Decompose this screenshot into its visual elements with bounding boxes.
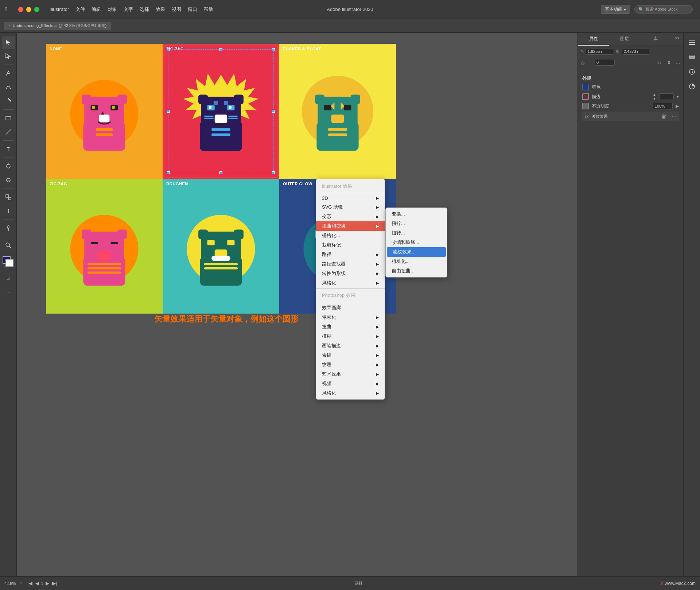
menu-file[interactable]: 文件 [75, 6, 85, 13]
last-page-btn[interactable]: ▶| [51, 581, 58, 586]
menu-item-artistic[interactable]: 艺术效果 ▶ [316, 369, 385, 379]
stroke-up-btn[interactable]: ▲ [653, 93, 656, 97]
more-effect-btn[interactable]: ··· [672, 113, 676, 119]
tab-properties[interactable]: 属性 [578, 33, 609, 46]
menu-select[interactable]: 选择 [140, 6, 149, 13]
curvature-tool[interactable] [2, 81, 15, 94]
menu-item-texture[interactable]: 纹理 ▶ [316, 360, 385, 369]
menu-item-3d[interactable]: 3D ▶ [316, 194, 385, 202]
symbols-panel-icon[interactable]: ★ [686, 66, 698, 78]
pencil-tool[interactable] [2, 94, 15, 108]
minimize-button[interactable] [26, 7, 31, 12]
properties-panel-icon[interactable] [686, 36, 698, 49]
cell-roughen-label: ROUGHEN [166, 182, 188, 186]
opacity-expand-btn[interactable]: ▶ [676, 104, 679, 109]
menu-edit[interactable]: 编辑 [92, 6, 101, 13]
menu-item-svg[interactable]: SVG 滤镜 ▶ [316, 202, 385, 212]
color-panel-icon[interactable] [686, 80, 698, 93]
height-input[interactable] [622, 48, 649, 55]
effect-context-menu[interactable]: Illustrator 效果 3D ▶ SVG 滤镜 ▶ 变形 ▶ 扭曲和 [316, 179, 385, 400]
submenu-item-tweak[interactable]: 扭拧... [386, 219, 447, 228]
fx-row: fx 波纹效果 🗑 ··· [582, 112, 679, 121]
line-tool[interactable] [2, 125, 15, 139]
svg-rect-27 [88, 117, 97, 119]
document-tab[interactable]: × Understanding_Effects.ai @ 42.8% (RGB/… [4, 21, 111, 30]
type-tool[interactable]: T [2, 143, 15, 156]
menu-item-crop[interactable]: 裁剪标记 [316, 240, 385, 250]
more-options-button[interactable]: ... [676, 59, 680, 66]
stock-search[interactable]: 🔍 搜索 Adobe Stock [634, 5, 693, 13]
puppet-warp-tool[interactable] [2, 205, 15, 218]
color-swatches[interactable] [3, 256, 14, 268]
close-button[interactable] [18, 7, 23, 12]
stroke-width-input[interactable] [659, 93, 674, 100]
menu-item-path[interactable]: 路径 ▶ [316, 250, 385, 259]
submenu-item-free-distort[interactable]: 自由扭曲... [386, 266, 447, 276]
submenu-item-zigzag[interactable]: 波纹效果... [387, 247, 446, 257]
submenu-item-twist[interactable]: 扭转... [386, 228, 447, 238]
tool-separator-3 [3, 140, 14, 141]
menu-window[interactable]: 窗口 [188, 6, 197, 13]
menu-item-pathfinder[interactable]: 路径查找器 ▶ [316, 259, 385, 269]
submenu-item-roughen[interactable]: 粗糙化... [386, 257, 447, 266]
pen-tool[interactable] [2, 67, 15, 80]
menu-view[interactable]: 视图 [172, 6, 181, 13]
rectangle-tool[interactable] [2, 112, 15, 125]
eyedropper-tool[interactable] [2, 222, 15, 235]
scale-tool[interactable] [2, 191, 15, 204]
menu-help[interactable]: 帮助 [204, 6, 213, 13]
zoom-tool[interactable] [2, 239, 15, 252]
prev-page-btn[interactable]: ◀ [35, 581, 40, 586]
next-page-btn[interactable]: ▶ [45, 581, 50, 586]
stroke-options-btn[interactable]: ▾ [677, 94, 679, 99]
submenu-item-pucker[interactable]: 收缩和膨胀... [386, 238, 447, 247]
tab-layers[interactable]: 图层 [609, 33, 640, 46]
menu-text[interactable]: 文字 [124, 6, 133, 13]
trash-icon[interactable]: 🗑 [661, 113, 666, 119]
stroke-down-btn[interactable]: ▼ [653, 97, 656, 101]
warp-tool[interactable] [2, 174, 15, 187]
panel-expand-button[interactable]: >> [671, 33, 683, 46]
flip-vertical-button[interactable]: ⇕ [665, 59, 673, 66]
submenu-item-transform[interactable]: 变换... [386, 209, 447, 219]
background-color[interactable] [5, 259, 13, 267]
y-input[interactable] [586, 48, 613, 55]
direct-selection-tool[interactable] [2, 50, 15, 63]
workspace-selector[interactable]: 基本功能 ▾ [601, 5, 630, 14]
menu-item-gallery[interactable]: 效果画廊... [316, 303, 385, 313]
menu-item-video[interactable]: 视频 ▶ [316, 379, 385, 388]
first-page-btn[interactable]: |◀ [27, 581, 33, 586]
stroke-swatch[interactable] [582, 93, 589, 100]
menu-item-stylize2[interactable]: 风格化 ▶ [316, 388, 385, 398]
tab-close-icon[interactable]: × [8, 24, 11, 28]
screen-mode-btn[interactable]: ◻ [2, 271, 15, 284]
menu-item-transform[interactable]: 变形 ▶ [316, 212, 385, 221]
menu-object[interactable]: 对象 [108, 6, 117, 13]
rotate-tool[interactable] [2, 160, 15, 173]
layers-panel-icon[interactable] [686, 51, 698, 63]
menu-item-brushstroke[interactable]: 画笔描边 ▶ [316, 341, 385, 350]
menu-item-sketch[interactable]: 素描 ▶ [316, 350, 385, 360]
menu-item-stylize[interactable]: 风格化 ▶ [316, 278, 385, 288]
menu-effect[interactable]: 效果 [156, 6, 165, 13]
zoom-level[interactable]: 42.8% [4, 581, 16, 586]
angle-input[interactable] [595, 59, 615, 66]
flip-horizontal-button[interactable]: ⇔ [656, 59, 663, 66]
menu-item-rasterize[interactable]: 栅格化... [316, 231, 385, 240]
opacity-input[interactable] [653, 103, 673, 109]
svg-rect-45 [228, 117, 238, 119]
fill-color-swatch[interactable] [582, 84, 589, 90]
menu-item-blur[interactable]: 模糊 ▶ [316, 331, 385, 341]
menu-illustrator[interactable]: Illustrator [50, 7, 69, 12]
menu-item-distort[interactable]: 扭曲和变换 ▶ [316, 221, 385, 231]
tab-libraries[interactable]: 库 [640, 33, 671, 46]
more-tools-btn[interactable]: ··· [2, 285, 15, 298]
maximize-button[interactable] [34, 7, 39, 12]
menu-item-distort2[interactable]: 扭曲 ▶ [316, 322, 385, 331]
selection-tool[interactable] [2, 36, 15, 49]
svg-rect-22 [92, 106, 95, 109]
menu-item-pixelate[interactable]: 像素化 ▶ [316, 313, 385, 322]
distort-submenu[interactable]: 变换... 扭拧... 扭转... 收缩和膨胀... 波纹效果... [385, 207, 447, 277]
angle-label: △: [581, 60, 592, 65]
menu-item-convert[interactable]: 转换为形状 ▶ [316, 269, 385, 278]
